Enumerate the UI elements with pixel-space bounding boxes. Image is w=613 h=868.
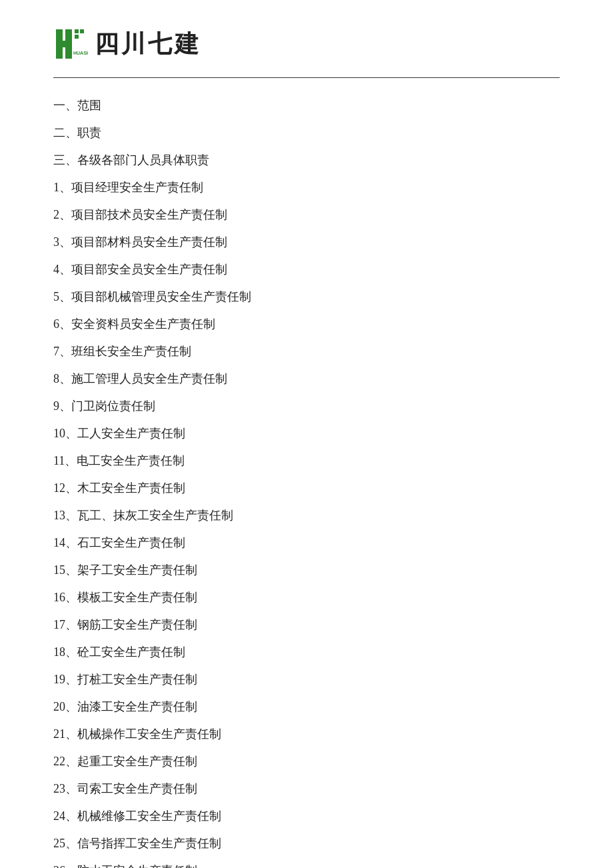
toc-item: 5、项目部机械管理员安全生产责任制 <box>53 288 560 306</box>
toc-item: 13、瓦工、抹灰工安全生产责任制 <box>53 507 560 525</box>
toc-item: 三、各级各部门人员具体职责 <box>53 151 560 169</box>
toc-item: 22、起重工安全生产责任制 <box>53 753 560 771</box>
toc-item: 7、班组长安全生产责任制 <box>53 343 560 361</box>
toc-item: 11、电工安全生产责任制 <box>53 452 560 470</box>
toc-item: 25、信号指挥工安全生产责任制 <box>53 835 560 853</box>
toc-item: 3、项目部材料员安全生产责任制 <box>53 233 560 251</box>
toc-item: 16、模板工安全生产责任制 <box>53 589 560 607</box>
toc-item: 9、门卫岗位责任制 <box>53 397 560 415</box>
toc-item: 一、范围 <box>53 97 560 115</box>
toc-item: 二、职责 <box>53 124 560 142</box>
svg-text:HUASHI: HUASHI <box>73 51 88 55</box>
toc-item: 20、油漆工安全生产责任制 <box>53 698 560 716</box>
svg-rect-3 <box>75 29 79 33</box>
toc-item: 1、项目经理安全生产责任制 <box>53 179 560 197</box>
toc-item: 2、项目部技术员安全生产责任制 <box>53 206 560 224</box>
svg-rect-2 <box>65 29 72 59</box>
toc-item: 17、钢筋工安全生产责任制 <box>53 616 560 634</box>
company-name-text: 四川七建 <box>95 28 201 61</box>
toc-item: 24、机械维修工安全生产责任制 <box>53 807 560 825</box>
svg-rect-4 <box>80 29 84 33</box>
svg-rect-5 <box>75 35 79 39</box>
toc-item: 18、砼工安全生产责任制 <box>53 643 560 661</box>
toc-item: 19、打桩工安全生产责任制 <box>53 671 560 689</box>
toc-item: 10、工人安全生产责任制 <box>53 425 560 443</box>
toc-item: 6、安全资料员安全生产责任制 <box>53 315 560 333</box>
toc-list: 一、范围二、职责三、各级各部门人员具体职责1、项目经理安全生产责任制2、项目部技… <box>53 97 560 868</box>
toc-item: 4、项目部安全员安全生产责任制 <box>53 261 560 279</box>
toc-item: 15、架子工安全生产责任制 <box>53 561 560 579</box>
toc-item: 23、司索工安全生产责任制 <box>53 780 560 798</box>
toc-item: 21、机械操作工安全生产责任制 <box>53 725 560 743</box>
toc-item: 26、防水工安全生产责任制 <box>53 862 560 868</box>
toc-item: 8、施工管理人员安全生产责任制 <box>53 370 560 388</box>
page-header: HUASHI 四川七建 <box>53 27 560 61</box>
toc-item: 12、木工安全生产责任制 <box>53 479 560 497</box>
company-logo-icon: HUASHI <box>53 27 88 61</box>
toc-item: 14、石工安全生产责任制 <box>53 534 560 552</box>
header-divider <box>53 77 560 78</box>
